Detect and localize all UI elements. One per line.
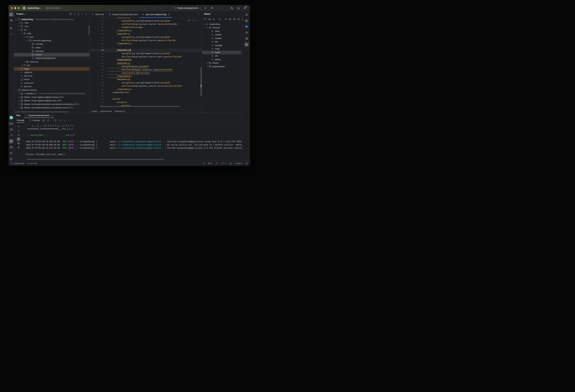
tab-options-button[interactable] [197, 11, 202, 18]
tree-item[interactable]: Maven: ch.qos.logback:logback-core:1.5.6 [14, 99, 90, 103]
indent-indicator[interactable]: 4 spaces [235, 162, 242, 164]
code-line[interactable]: 42 </dependency> [90, 29, 202, 32]
code-line[interactable]: 44 <groupId>org.springframework.boot</gr… [90, 36, 202, 39]
more-actions-button[interactable] [216, 6, 221, 10]
copilot-tool-button[interactable] [244, 30, 249, 35]
editor-tab[interactable]: mpom.xml (staybooking)✕ [140, 11, 172, 18]
code-line[interactable]: 48 <dependency> [90, 49, 202, 52]
services-tool-button[interactable] [9, 127, 13, 132]
chevron-expanded-icon[interactable] [203, 23, 205, 25]
code-line[interactable]: 51 </dependency> [90, 58, 202, 62]
code-line[interactable]: 59 <artifactId>spring-boot-starter-secur… [90, 85, 202, 88]
console-tab[interactable]: Console [16, 118, 25, 123]
offline-mode-icon[interactable] [233, 18, 236, 20]
chevron-expanded-icon[interactable] [18, 29, 20, 31]
code-area[interactable]: 38 <dependency>39 <groupId>org.springfra… [90, 18, 202, 107]
tree-item[interactable]: com.eve.staybooking [14, 39, 90, 42]
chevron-collapsed-icon[interactable] [18, 103, 20, 105]
tree-item[interactable]: ⚙mvnw.cmd [14, 81, 90, 85]
more-options-button[interactable] [81, 13, 84, 15]
tree-item[interactable]: service [14, 53, 90, 57]
code-line[interactable]: 52 <dependency> [90, 62, 202, 65]
tree-item[interactable]: ⊘.gitignore [14, 71, 90, 74]
tree-item[interactable]: < openjdk-21 >/Users/eve/Library/Java/Ja… [14, 92, 90, 96]
tree-item[interactable]: Maven: com.fasterxml.jackson.core:jackso… [14, 102, 90, 106]
chevron-collapsed-icon[interactable] [21, 64, 23, 66]
tree-item[interactable]: test [14, 64, 90, 67]
scroll-to-end-button[interactable] [17, 137, 21, 141]
copilot-status-icon[interactable] [229, 163, 232, 164]
run-configuration-selector[interactable]: StaybookingApplication [174, 7, 201, 9]
code-line[interactable]: 49 <groupId>org.springframework.boot</gr… [90, 52, 202, 55]
rerun-button[interactable] [42, 119, 45, 122]
code-with-me-tool-button[interactable] [244, 36, 249, 41]
breadcrumb-item[interactable]: project [92, 110, 97, 112]
code-line[interactable]: 64 <plugins> [90, 101, 202, 104]
clear-console-button[interactable] [17, 145, 21, 149]
tree-item[interactable]: model [14, 46, 90, 49]
line-ending-indicator[interactable]: LF [216, 162, 218, 164]
refresh-icon[interactable] [204, 18, 206, 20]
code-review-tool-button[interactable]: ? [9, 18, 13, 23]
code-line[interactable]: 63 <build> [90, 98, 202, 101]
chevron-expanded-icon[interactable] [15, 89, 17, 91]
code-line[interactable]: 60 </dependency> [90, 88, 202, 91]
tree-item[interactable]: repository [14, 49, 90, 53]
tree-item[interactable]: ⚙package [202, 44, 243, 47]
status-project-crumb[interactable]: staybooking [14, 162, 24, 164]
status-file-crumb[interactable]: pom.xml [30, 162, 37, 164]
hide-panel-button[interactable] [85, 13, 88, 15]
warning-stripe-marker[interactable] [201, 84, 202, 87]
tree-item[interactable]: ⚙compile [202, 37, 243, 40]
vertical-scrollbar[interactable] [89, 26, 89, 35]
locate-file-button[interactable] [69, 13, 72, 15]
next-problem-button[interactable] [197, 20, 199, 21]
tree-item[interactable]: ⚙Plugins [202, 61, 243, 65]
chevron-collapsed-icon[interactable] [18, 96, 20, 98]
reload-project-icon[interactable] [208, 18, 211, 20]
zoom-window-button[interactable] [18, 7, 20, 9]
code-line[interactable]: 54 <artifactId>mysql-connector-java</art… [90, 68, 202, 72]
stop-button[interactable] [47, 119, 49, 122]
tree-item[interactable]: ⚙test [202, 40, 243, 44]
gopher-plugin-button[interactable] [9, 115, 13, 120]
tree-item[interactable]: mstaybooking [202, 22, 243, 26]
tree-item[interactable]: >_mvnw [14, 78, 90, 81]
tree-item[interactable]: .mvn [14, 25, 90, 28]
chevron-collapsed-icon[interactable] [18, 93, 20, 94]
thread-dump-button[interactable] [54, 119, 56, 122]
code-line[interactable]: 38 <dependency> [90, 18, 202, 19]
bookmarks-tool-button[interactable]: [ ] [9, 121, 13, 126]
problems-tool-button[interactable] [9, 151, 13, 155]
chevron-expanded-icon[interactable] [24, 36, 25, 38]
caret-position[interactable]: 48:21 [208, 162, 212, 164]
tree-item[interactable]: ⚙Lifecycle [202, 26, 243, 30]
tree-item[interactable]: ⚙validate [202, 33, 243, 37]
editor-tab[interactable]: M↓HELP.md [90, 11, 106, 18]
code-line[interactable]: 58 <groupId>org.springframework.boot</gr… [90, 81, 202, 85]
up-stacktrace-button[interactable] [17, 125, 21, 129]
tree-item[interactable]: ⚙deploy [202, 58, 243, 61]
tree-item[interactable]: Maven: com.fasterxml.jackson.core:jackso… [14, 106, 90, 110]
database-tool-button[interactable] [244, 18, 249, 23]
tree-item[interactable]: CStaybookingApplication [14, 57, 90, 60]
close-icon[interactable]: ✕ [51, 114, 53, 117]
soft-wrap-button[interactable] [17, 133, 21, 137]
add-icon[interactable] [218, 18, 221, 20]
tree-item[interactable]: staybooking~/Desktop/Projects/StayBookin… [14, 18, 90, 21]
tree-item[interactable]: controller [14, 42, 90, 46]
code-line[interactable]: 62 [90, 94, 202, 98]
previous-problem-button[interactable] [195, 20, 197, 21]
skip-tests-icon[interactable] [237, 18, 240, 20]
chevron-collapsed-icon[interactable] [206, 66, 208, 67]
tree-item[interactable]: main [14, 32, 90, 35]
chevron-collapsed-icon[interactable] [18, 100, 20, 101]
chevron-expanded-icon[interactable] [15, 18, 17, 20]
chevron-collapsed-icon[interactable] [18, 26, 20, 27]
run-button[interactable] [203, 6, 208, 10]
chevron-collapsed-icon[interactable] [18, 68, 20, 70]
code-line[interactable]: 53 <groupId>mysql</groupId> [90, 65, 202, 68]
run-tab[interactable]: StaybookingApplication ✕ [24, 113, 54, 118]
more-icon[interactable] [68, 119, 70, 122]
vim-plugin-icon[interactable]: V [203, 162, 205, 165]
